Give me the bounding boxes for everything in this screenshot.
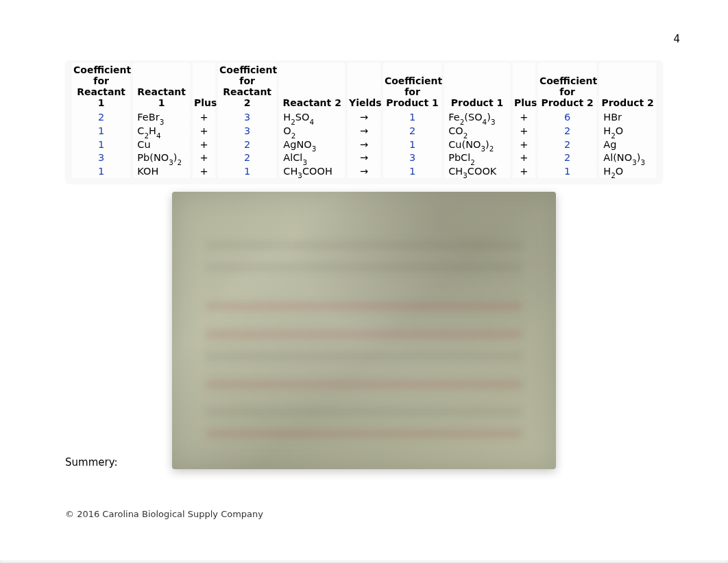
cell-yields: → xyxy=(348,111,380,125)
th-plus1: Plus xyxy=(193,63,215,111)
cell-plus2: + xyxy=(513,125,535,138)
cell-coef-r1: 1 xyxy=(72,125,130,138)
page-number: 4 xyxy=(673,33,680,45)
cell-coef-r2: 3 xyxy=(218,125,276,138)
cell-coef-p2: 2 xyxy=(538,138,596,152)
cell-p2: Al(NO3)3 xyxy=(599,151,656,165)
th-plus2: Plus xyxy=(513,63,535,111)
equations-table: Coefficient for Reactant 1 Reactant 1 Pl… xyxy=(69,63,659,178)
cell-plus2: + xyxy=(513,151,535,165)
cell-coef-p1: 2 xyxy=(383,125,441,138)
cell-plus2: + xyxy=(513,111,535,125)
th-r1: Reactant 1 xyxy=(133,63,190,111)
cell-coef-r1: 2 xyxy=(72,111,130,125)
cell-r2: AlCl3 xyxy=(279,151,345,165)
equations-tbody: 2FeBr3+3H2SO4→1Fe2(SO4)3+6HBr1C2H4+3O2→2… xyxy=(72,111,656,178)
table-row: 3Pb(NO3)2+2AlCl3→3PbCl2+2Al(NO3)3 xyxy=(72,151,656,165)
cell-yields: → xyxy=(348,165,380,179)
cell-coef-p2: 2 xyxy=(538,151,596,165)
cell-p1: CH3COOK xyxy=(444,165,510,179)
cell-r2: CH3COOH xyxy=(279,165,345,179)
table-row: 1KOH+1CH3COOH→1CH3COOK+1H2O xyxy=(72,165,656,179)
cell-p1: CO2 xyxy=(444,125,510,138)
cell-p1: Fe2(SO4)3 xyxy=(444,111,510,125)
cell-coef-r2: 3 xyxy=(218,111,276,125)
table-row: 1C2H4+3O2→2CO2+2H2O xyxy=(72,125,656,138)
cell-coef-r2: 2 xyxy=(218,138,276,152)
document-page: 4 Coefficient for Reactant 1 Reactant 1 … xyxy=(0,0,728,562)
cell-r2: O2 xyxy=(279,125,345,138)
equations-table-container: Coefficient for Reactant 1 Reactant 1 Pl… xyxy=(65,60,663,184)
photo-placeholder xyxy=(172,192,556,469)
cell-plus: + xyxy=(193,151,215,165)
copyright-text: © 2016 Carolina Biological Supply Compan… xyxy=(65,509,263,519)
page-divider xyxy=(0,560,728,563)
cell-yields: → xyxy=(348,138,380,152)
cell-plus: + xyxy=(193,125,215,138)
cell-coef-p1: 1 xyxy=(383,165,441,179)
cell-p2: HBr xyxy=(599,111,656,125)
cell-coef-p1: 1 xyxy=(383,138,441,152)
cell-p2: H2O xyxy=(599,125,656,138)
cell-coef-r2: 1 xyxy=(218,165,276,179)
cell-coef-p2: 6 xyxy=(538,111,596,125)
cell-coef-r1: 1 xyxy=(72,165,130,179)
th-yields: Yields xyxy=(348,63,380,111)
table-row: 2FeBr3+3H2SO4→1Fe2(SO4)3+6HBr xyxy=(72,111,656,125)
cell-coef-p1: 3 xyxy=(383,151,441,165)
table-header-row: Coefficient for Reactant 1 Reactant 1 Pl… xyxy=(72,63,656,111)
cell-coef-r1: 1 xyxy=(72,138,130,152)
cell-plus: + xyxy=(193,165,215,179)
cell-plus: + xyxy=(193,111,215,125)
cell-r1: Pb(NO3)2 xyxy=(133,151,190,165)
summary-label: Summery: xyxy=(65,456,118,468)
table-row: 1Cu+2AgNO3→1Cu(NO3)2+2Ag xyxy=(72,138,656,152)
cell-r1: FeBr3 xyxy=(133,111,190,125)
th-r2: Reactant 2 xyxy=(279,63,345,111)
th-coef-r1: Coefficient for Reactant 1 xyxy=(72,63,130,111)
cell-plus2: + xyxy=(513,165,535,179)
th-p1: Product 1 xyxy=(444,63,510,111)
th-p2: Product 2 xyxy=(599,63,656,111)
th-coef-r2: Coefficient for Reactant 2 xyxy=(218,63,276,111)
cell-coef-p2: 1 xyxy=(538,165,596,179)
cell-plus: + xyxy=(193,138,215,152)
cell-r2: AgNO3 xyxy=(279,138,345,152)
th-coef-p1: Coefficient for Product 1 xyxy=(383,63,441,111)
cell-plus2: + xyxy=(513,138,535,152)
th-coef-p2: Coefficient for Product 2 xyxy=(538,63,596,111)
cell-r1: C2H4 xyxy=(133,125,190,138)
cell-p1: PbCl2 xyxy=(444,151,510,165)
cell-p1: Cu(NO3)2 xyxy=(444,138,510,152)
cell-coef-r2: 2 xyxy=(218,151,276,165)
cell-coef-p2: 2 xyxy=(538,125,596,138)
cell-coef-p1: 1 xyxy=(383,111,441,125)
cell-r1: KOH xyxy=(133,165,190,179)
cell-r2: H2SO4 xyxy=(279,111,345,125)
cell-coef-r1: 3 xyxy=(72,151,130,165)
cell-yields: → xyxy=(348,125,380,138)
cell-p2: H2O xyxy=(599,165,656,179)
cell-p2: Ag xyxy=(599,138,656,152)
cell-r1: Cu xyxy=(133,138,190,152)
cell-yields: → xyxy=(348,151,380,165)
